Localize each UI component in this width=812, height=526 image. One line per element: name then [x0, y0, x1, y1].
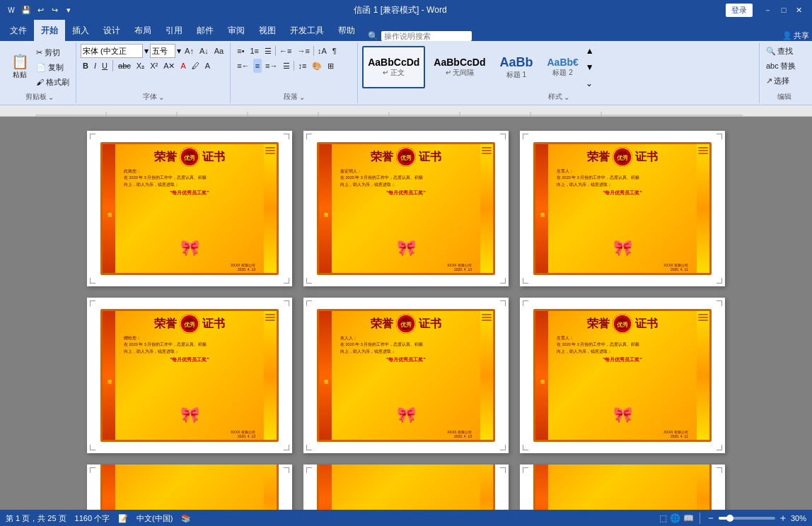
bullets-button[interactable]: ≡• — [235, 44, 246, 58]
page-9[interactable]: 荣誉 优秀 证书 — [520, 464, 725, 510]
paragraph-expand-icon[interactable]: ⌄ — [299, 93, 305, 101]
page-1[interactable]: 优秀 荣誉 优秀 — [87, 131, 292, 286]
superscript-button[interactable]: X² — [148, 59, 160, 73]
styles-expand-icon[interactable]: ⌄ — [564, 93, 569, 101]
underline-button[interactable]: U — [100, 59, 110, 73]
increase-indent-button[interactable]: →≡ — [295, 44, 311, 58]
page-4[interactable]: 优秀 荣誉 优秀 — [87, 298, 292, 453]
shading-button[interactable]: 🎨 — [310, 59, 324, 73]
font-rows: ▾ ▾ A↑ A↓ Aa B I U abc X₂ X² A✕ A — [81, 44, 226, 90]
replace-button[interactable]: abc 替换 — [764, 59, 798, 73]
window-title: 信函 1 [兼容模式] - Word — [354, 4, 446, 16]
page-3[interactable]: 优秀 荣誉 优秀 — [520, 131, 725, 286]
tab-file[interactable]: 文件 — [3, 20, 34, 41]
save-icon[interactable]: 💾 — [20, 4, 33, 16]
editing-row2: abc 替换 — [764, 59, 798, 73]
page-2[interactable]: 优秀 荣誉 优秀 — [303, 131, 509, 286]
undo-icon[interactable]: ↩ — [34, 4, 47, 16]
subscript-button[interactable]: X₂ — [134, 59, 146, 73]
align-left-button[interactable]: ≡← — [235, 59, 251, 73]
zoom-slider[interactable] — [719, 517, 775, 520]
font-expand-icon[interactable]: ⌄ — [158, 93, 164, 101]
divider — [112, 60, 113, 71]
copy-button[interactable]: 📄 复制 — [34, 60, 71, 74]
format-painter-button[interactable]: 🖌 格式刷 — [34, 75, 71, 89]
select-button[interactable]: ↗ 选择 — [764, 74, 791, 88]
change-case-button[interactable]: Aa — [212, 44, 226, 58]
zoom-in-button[interactable]: ＋ — [778, 512, 788, 525]
highlight-button[interactable]: 🖊 — [190, 59, 202, 73]
document-canvas[interactable]: 优秀 荣誉 优秀 — [0, 117, 812, 510]
clear-format-button[interactable]: A✕ — [161, 59, 177, 73]
svg-text:优秀: 优秀 — [616, 321, 629, 328]
text-color-button[interactable]: A — [203, 59, 212, 73]
search-input[interactable] — [384, 32, 469, 40]
minimize-button[interactable]: － — [761, 3, 775, 17]
cert-bow-2: 🎀 — [397, 239, 416, 257]
sort-button[interactable]: ↕A — [315, 44, 329, 58]
bold-button[interactable]: B — [81, 59, 91, 73]
font-shrink-button[interactable]: A↓ — [197, 44, 211, 58]
tab-layout[interactable]: 布局 — [127, 20, 158, 41]
page-5[interactable]: 优秀 荣誉 优秀 — [303, 298, 509, 453]
tab-design[interactable]: 设计 — [96, 20, 127, 41]
line-spacing-button[interactable]: ↕≡ — [296, 59, 308, 73]
style-item-zhengwen[interactable]: AaBbCcDd ↵ 正文 — [362, 46, 425, 88]
tab-home[interactable]: 开始 — [34, 20, 65, 41]
search-help-icon[interactable]: 🔍 — [368, 31, 378, 41]
zoom-out-button[interactable]: － — [706, 512, 716, 525]
print-layout-view-button[interactable]: ⬚ — [659, 513, 667, 523]
font-color-button[interactable]: A — [178, 59, 187, 73]
web-view-button[interactable]: 🌐 — [670, 513, 680, 523]
numbering-button[interactable]: 1≡ — [248, 44, 262, 58]
corner-tl-2 — [306, 134, 312, 139]
styles-expand-button[interactable]: ⌄ — [586, 78, 594, 88]
close-button[interactable]: ✕ — [792, 3, 806, 17]
read-mode-button[interactable]: 📖 — [683, 513, 694, 523]
font-size-input[interactable] — [150, 44, 175, 58]
page-7[interactable]: 荣誉 优秀 证书 — [87, 464, 292, 510]
redo-icon[interactable]: ↪ — [48, 4, 61, 16]
clipboard-expand-icon[interactable]: ⌄ — [48, 93, 54, 101]
italic-button[interactable]: I — [92, 59, 98, 73]
styles-scroll-up-button[interactable]: ▲ — [586, 46, 594, 56]
share-button[interactable]: 👤 共享 — [782, 30, 809, 41]
styles-scroll-down-button[interactable]: ▼ — [586, 62, 594, 72]
tab-mailings[interactable]: 邮件 — [190, 20, 221, 41]
justify-button[interactable]: ☰ — [281, 59, 292, 73]
tab-insert[interactable]: 插入 — [65, 20, 96, 41]
tab-review[interactable]: 审阅 — [221, 20, 252, 41]
tab-developer[interactable]: 开发工具 — [283, 20, 331, 41]
tab-help[interactable]: 帮助 — [331, 20, 362, 41]
decrease-indent-button[interactable]: ←≡ — [277, 44, 294, 58]
font-name-dropdown-icon[interactable]: ▾ — [144, 46, 149, 56]
strikethrough-button[interactable]: abc — [116, 59, 133, 73]
page-wrapper-2: 优秀 荣誉 优秀 — [303, 131, 509, 286]
style-item-biaoti1[interactable]: AaBb 标题 1 — [494, 46, 538, 88]
cut-button[interactable]: ✂ 剪切 — [34, 45, 71, 59]
customize-icon[interactable]: ▾ — [62, 4, 75, 16]
style-preview-zhengwen: AaBbCcDd — [368, 57, 419, 68]
corner-bl-2 — [306, 278, 312, 284]
font-grow-button[interactable]: A↑ — [182, 44, 196, 58]
font-name-input[interactable] — [81, 44, 143, 58]
styles-scroll-controls: ▲ ▼ ⌄ — [586, 45, 594, 90]
style-item-biaoti2[interactable]: AaBb€ 标题 2 — [541, 46, 584, 88]
align-right-button[interactable]: ≡→ — [263, 59, 279, 73]
tab-view[interactable]: 视图 — [252, 20, 283, 41]
style-item-wujian[interactable]: AaBbCcDd ↵ 无间隔 — [428, 46, 491, 88]
tab-references[interactable]: 引用 — [158, 20, 190, 41]
page-6[interactable]: 优秀 荣誉 优秀 — [520, 298, 725, 453]
font-size-dropdown-icon[interactable]: ▾ — [177, 46, 181, 56]
page-8[interactable]: 荣誉 优秀 证书 — [303, 464, 509, 510]
cert-card-2: 优秀 荣誉 优秀 — [317, 142, 495, 275]
find-button[interactable]: 🔍 查找 — [764, 44, 795, 58]
multilevel-button[interactable]: ☰ — [262, 44, 274, 58]
paste-button[interactable]: 📋 粘贴 — [7, 47, 33, 87]
borders-button[interactable]: ⊞ — [325, 59, 336, 73]
show-marks-button[interactable]: ¶ — [330, 44, 339, 58]
maximize-button[interactable]: □ — [777, 3, 791, 17]
style-preview-wujian: AaBbCcDd — [434, 57, 485, 68]
login-button[interactable]: 登录 — [726, 4, 753, 17]
align-center-button[interactable]: ≡ — [253, 59, 262, 73]
